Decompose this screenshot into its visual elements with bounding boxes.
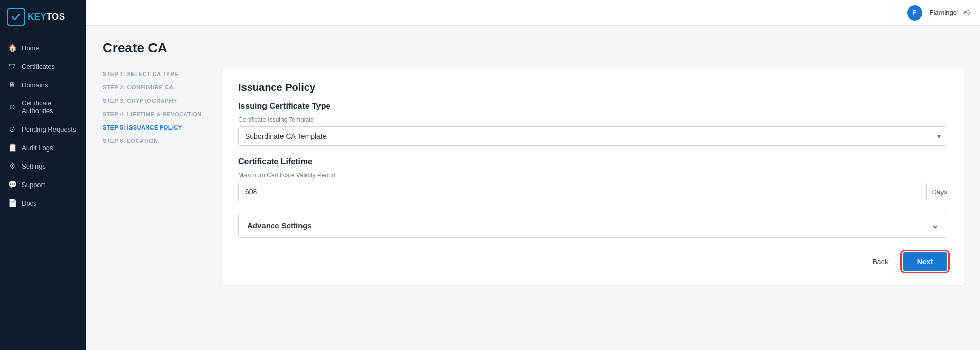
sidebar-item-home[interactable]: 🏠 Home <box>0 39 86 57</box>
docs-icon: 📄 <box>8 199 16 207</box>
sidebar: KEYTOS 🏠 Home 🛡 Certificates 🖥 Domains ⊙… <box>0 0 86 350</box>
certificates-icon: 🛡 <box>8 62 16 70</box>
content-layout: Step 1: Select CA Type Step 2: Configure… <box>103 67 964 285</box>
user-name: Flamingo <box>930 9 957 16</box>
sidebar-item-audit-logs[interactable]: 📋 Audit Logs <box>0 138 86 157</box>
issuing-cert-type-label: Issuing Certificate Type <box>238 102 947 111</box>
home-icon: 🏠 <box>8 44 16 52</box>
action-row: Back Next <box>238 252 947 271</box>
sidebar-label-domains: Domains <box>22 81 48 89</box>
advance-settings-section: Advance Settings ⌄ <box>238 213 947 238</box>
main-content: Create CA Step 1: Select CA Type Step 2:… <box>86 26 980 350</box>
sidebar-item-certificates[interactable]: 🛡 Certificates <box>0 57 86 76</box>
sidebar-label-docs: Docs <box>22 199 37 207</box>
cert-template-wrapper: Subordinate CA Template ▾ <box>238 126 947 146</box>
sidebar-label-settings: Settings <box>22 162 46 170</box>
topbar: F Flamingo ⎋ <box>86 0 980 26</box>
audit-icon: 📋 <box>8 143 16 152</box>
sidebar-item-certificate-authorities[interactable]: ⊙ Certificate Authorities <box>0 94 86 120</box>
cert-template-select[interactable]: Subordinate CA Template <box>238 126 947 146</box>
sidebar-label-pending: Pending Requests <box>22 125 76 133</box>
sidebar-item-pending-requests[interactable]: ⊙ Pending Requests <box>0 120 86 138</box>
sidebar-item-settings[interactable]: ⚙ Settings <box>0 157 86 175</box>
form-panel: Issuance Policy Issuing Certificate Type… <box>222 67 964 285</box>
next-button[interactable]: Next <box>903 252 947 271</box>
sidebar-label-support: Support <box>22 181 45 189</box>
advance-settings-label: Advance Settings <box>247 221 312 230</box>
validity-row: Days <box>238 182 947 201</box>
sidebar-label-ca: Certificate Authorities <box>22 99 78 115</box>
sidebar-item-support[interactable]: 💬 Support <box>0 175 86 194</box>
page-title: Create CA <box>103 40 964 56</box>
pending-icon: ⊙ <box>8 125 16 133</box>
step-5: Step 5: Issuance Policy <box>103 121 205 134</box>
support-icon: 💬 <box>8 180 16 189</box>
advance-settings-header[interactable]: Advance Settings ⌄ <box>239 213 947 237</box>
step-1: Step 1: Select CA Type <box>103 67 205 81</box>
step-4: Step 4: Lifetime & Revocation <box>103 107 205 121</box>
logo-icon <box>7 8 25 26</box>
settings-icon: ⚙ <box>8 162 16 170</box>
logo-text: KEYTOS <box>28 12 65 22</box>
cert-template-label: Certificate Issuing Template <box>238 116 947 123</box>
step-6: Step 6: Location <box>103 134 205 148</box>
back-button[interactable]: Back <box>866 253 895 270</box>
sidebar-label-home: Home <box>22 44 40 52</box>
sidebar-item-domains[interactable]: 🖥 Domains <box>0 76 86 94</box>
validity-unit: Days <box>932 188 947 196</box>
sidebar-item-docs[interactable]: 📄 Docs <box>0 194 86 212</box>
validity-input[interactable] <box>238 182 927 201</box>
avatar: F <box>907 5 922 21</box>
sidebar-label-audit: Audit Logs <box>22 144 53 152</box>
logo: KEYTOS <box>0 0 86 34</box>
cert-lifetime-label: Certificate Lifetime <box>238 157 947 167</box>
sidebar-label-certificates: Certificates <box>22 63 55 70</box>
advance-chevron-icon: ⌄ <box>932 220 938 230</box>
ca-icon: ⊙ <box>8 103 16 111</box>
steps-panel: Step 1: Select CA Type Step 2: Configure… <box>103 67 205 285</box>
domains-icon: 🖥 <box>8 81 16 89</box>
step-2: Step 2: Configure CA <box>103 81 205 94</box>
step-3: Step 3: Cryptography <box>103 94 205 107</box>
logout-icon[interactable]: ⎋ <box>964 7 970 18</box>
max-validity-label: Maximum Certificate Validity Period <box>238 172 947 179</box>
section-title: Issuance Policy <box>238 82 947 94</box>
